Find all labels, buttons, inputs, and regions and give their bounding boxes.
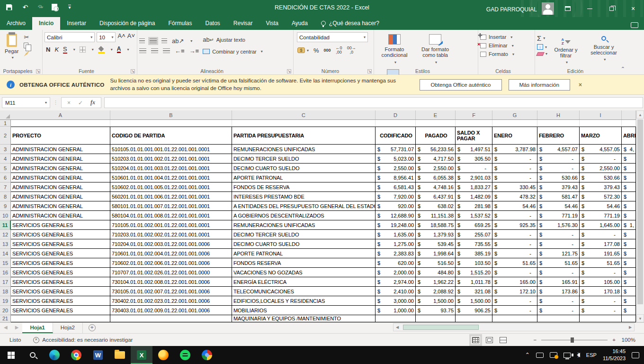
column-header-f[interactable]: F — [456, 110, 492, 119]
table-cell[interactable]: $735.55 — [456, 239, 492, 249]
clock[interactable]: 16:45 11/5/2023 — [603, 348, 626, 362]
table-cell[interactable]: $ — [622, 287, 636, 296]
table-cell[interactable]: $1,833.27 — [456, 182, 492, 192]
table-cell[interactable]: 710105.01.01.002.001.01.22.001.001.0001 — [110, 220, 232, 230]
table-cell[interactable]: $2,550.00 — [580, 164, 622, 173]
table-cell[interactable]: $54.46 — [580, 201, 622, 211]
table-cell[interactable]: VACACIONES NO GOZADAS — [232, 268, 376, 277]
table-cell[interactable]: $- — [537, 154, 580, 164]
normal-view-icon[interactable] — [472, 337, 479, 343]
table-cell[interactable]: $659.25 — [456, 220, 492, 230]
table-cell[interactable]: ADMINISTRACION GENERAL — [11, 154, 110, 164]
table-cell[interactable]: $4,748.16 — [416, 182, 456, 192]
sheet-nav-right-icon[interactable]: ▶ — [11, 323, 23, 333]
table-cell[interactable]: $ — [622, 182, 636, 192]
table-cell[interactable]: ADMINISTRACION GENERAL — [11, 145, 110, 154]
row-header-4[interactable]: 4 — [0, 154, 11, 164]
merge-center-button[interactable]: Combinar y centrar▾ — [203, 46, 263, 56]
table-cell[interactable]: $572.30 — [580, 192, 622, 201]
table-cell[interactable]: 730403.01.01.002.009.01.22.001.001.0006 — [110, 306, 232, 315]
delete-cells-button[interactable]: Eliminar▾ — [480, 43, 533, 48]
table-cell[interactable]: 510203.01.01.001.002.01.22.001.001.0001 — [110, 154, 232, 164]
row-header-19[interactable]: 19 — [0, 296, 11, 306]
table-cell[interactable]: DECIMO TERCER SUELDO — [232, 154, 376, 164]
table-cell[interactable]: $103.50 — [456, 258, 492, 268]
empty-cell[interactable] — [376, 120, 416, 127]
table-cell[interactable]: $2,974.00 — [376, 277, 416, 287]
table-cell[interactable]: $ — [622, 173, 636, 182]
row-header-3[interactable]: 3 — [0, 145, 11, 154]
borders-icon[interactable] — [80, 46, 86, 53]
table-cell[interactable]: $ — [622, 258, 636, 268]
table-cell[interactable]: $170.18 — [580, 287, 622, 296]
table-cell[interactable]: FONDOS DE RESERVA — [232, 182, 376, 192]
table-cell[interactable]: $330.45 — [492, 182, 537, 192]
table-cell[interactable]: $7,920.00 — [376, 192, 416, 201]
table-cell[interactable]: $1, — [622, 220, 636, 230]
table-cell[interactable]: 510204.01.01.001.003.01.22.001.001.0001 — [110, 164, 232, 173]
ribbon-tab-disposici-n-de-p-gina[interactable]: Disposición de página — [93, 17, 161, 30]
table-cell[interactable]: $305.50 — [456, 154, 492, 164]
more-info-button[interactable]: Más información — [509, 79, 570, 91]
table-cell[interactable]: 710602.01.01.002.006.01.22.001.001.0006 — [110, 258, 232, 268]
page-layout-view-icon[interactable] — [486, 337, 493, 343]
sheet-nav-left-icon[interactable]: ◀ — [0, 323, 11, 333]
table-cell[interactable]: $- — [492, 268, 537, 277]
row-header-14[interactable]: 14 — [0, 249, 11, 258]
table-cell[interactable]: $- — [492, 239, 537, 249]
table-cell[interactable]: $- — [537, 296, 580, 306]
table-cell[interactable]: $8,956.41 — [376, 173, 416, 182]
table-cell[interactable]: $2,383.83 — [376, 249, 416, 258]
close-button[interactable]: × — [622, 0, 644, 17]
table-cell[interactable]: $173.86 — [537, 287, 580, 296]
table-cell[interactable]: $4,557.05 — [580, 145, 622, 154]
table-cell[interactable]: $ — [622, 192, 636, 201]
ribbon-tab-insertar[interactable]: Insertar — [60, 17, 93, 30]
table-cell[interactable]: $54.46 — [537, 201, 580, 211]
comments-icon[interactable] — [631, 22, 638, 28]
table-cell[interactable]: $906.25 — [456, 306, 492, 315]
row-header-6[interactable]: 6 — [0, 173, 11, 182]
table-cell[interactable]: REMUNERACIONES UNIFICADAS — [232, 145, 376, 154]
row-header-2[interactable]: 2 — [0, 127, 11, 145]
new-sheet-icon[interactable]: + — [89, 324, 96, 331]
table-cell[interactable]: $2,410.00 — [376, 287, 416, 296]
row-header-11[interactable]: 11 — [0, 220, 11, 230]
table-cell[interactable]: ADMINISTRACION GENERAL — [11, 164, 110, 173]
table-cell[interactable]: $- — [492, 230, 537, 239]
volume-icon[interactable] — [577, 353, 580, 357]
column-header-i[interactable]: I — [580, 110, 622, 119]
table-cell[interactable]: 580101.01.01.001.007.01.22.001.001.0001 — [110, 201, 232, 211]
table-cell[interactable]: $56,233.56 — [416, 145, 456, 154]
table-cell[interactable]: SERVICIOS GENERALES — [11, 306, 110, 315]
table-cell[interactable]: 580104.01.01.001.008.01.22.001.001.0001 — [110, 211, 232, 220]
row-header-8[interactable]: 8 — [0, 192, 11, 201]
empty-cell[interactable] — [232, 120, 376, 127]
empty-cell[interactable] — [11, 120, 110, 127]
underline-button[interactable]: S — [63, 46, 67, 54]
table-cell[interactable] — [416, 315, 456, 322]
table-cell[interactable]: DECIMO CUARTO SUELDO — [232, 239, 376, 249]
table-cell[interactable]: $530.66 — [580, 173, 622, 182]
table-cell[interactable]: $165.91 — [537, 277, 580, 287]
zoom-out-icon[interactable]: − — [534, 337, 537, 343]
paste-button[interactable]: Pegar▾ — [2, 32, 21, 61]
table-cell[interactable]: $5,023.00 — [376, 154, 416, 164]
table-cell[interactable]: $18,588.75 — [416, 220, 456, 230]
increase-decimal-icon[interactable]: ←0,00 — [336, 46, 342, 55]
scroll-up-icon[interactable]: ▲ — [636, 110, 644, 118]
account-name[interactable]: GAD PARROQUIAL — [486, 6, 537, 13]
firefox-icon[interactable] — [152, 346, 174, 364]
edge-icon[interactable] — [44, 346, 65, 364]
table-cell[interactable]: $- — [492, 173, 537, 182]
table-cell[interactable]: $385.19 — [456, 249, 492, 258]
wrap-text-button[interactable]: ab↵ Ajustar texto — [203, 35, 263, 45]
ribbon-tab-vista[interactable]: Vista — [259, 17, 285, 30]
horizontal-scroll-thumb[interactable] — [403, 325, 479, 330]
table-cell[interactable]: $- — [537, 230, 580, 239]
table-cell[interactable]: $ — [622, 268, 636, 277]
table-cell[interactable] — [580, 315, 622, 322]
table-cell[interactable]: SERVICIOS GENERALES — [11, 249, 110, 258]
clipboard-dialog-launcher[interactable]: ↘ — [36, 69, 40, 73]
font-dialog-launcher[interactable]: ↘ — [131, 69, 135, 73]
